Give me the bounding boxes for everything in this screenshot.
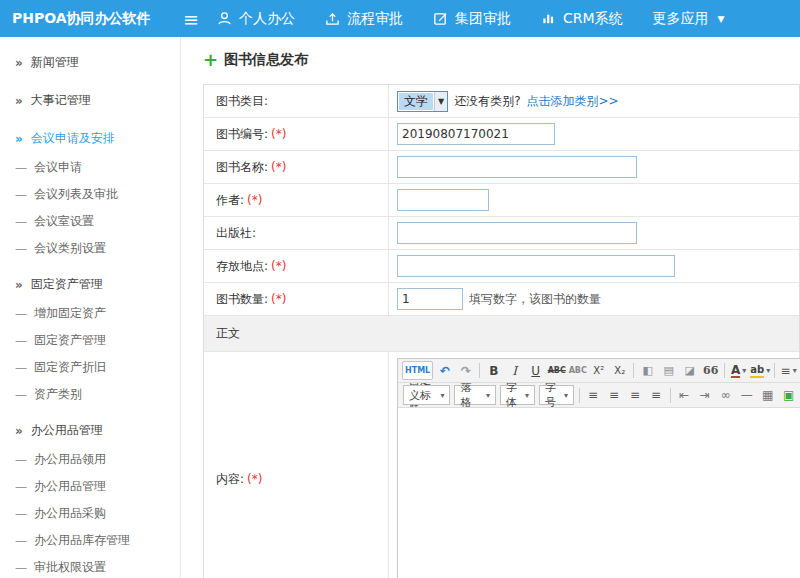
group-label: 办公用品管理 xyxy=(31,422,103,439)
category-select[interactable]: 文学 ▼ xyxy=(397,91,448,112)
sidebar-item-supplies-requisition[interactable]: —办公用品领用 xyxy=(0,446,180,473)
item-label: 资产类别 xyxy=(34,386,82,403)
field-label: 图书类目: xyxy=(204,85,389,117)
dash-icon: — xyxy=(15,361,27,375)
sidebar-item-meeting-category-setting[interactable]: —会议类别设置 xyxy=(0,235,180,262)
form-row-location: 存放地点:(*) xyxy=(204,250,799,283)
sidebar-item-supplies-purchase[interactable]: —办公用品采购 xyxy=(0,500,180,527)
italic-button[interactable]: I xyxy=(505,361,524,380)
separator xyxy=(579,388,580,403)
align-left-button[interactable]: ≡ xyxy=(584,386,603,405)
indent-button[interactable]: ⇥ xyxy=(695,386,714,405)
horizontal-rule-button[interactable]: — xyxy=(737,386,756,405)
main-nav: 个人办公 流程审批 集团审批 CRM系统 更多应用 ▼ xyxy=(217,10,725,28)
table-button[interactable]: ▦ xyxy=(758,386,777,405)
strikethrough-button[interactable]: ABC xyxy=(547,361,566,380)
bold-button[interactable]: B xyxy=(484,361,503,380)
sidebar-group-memorabilia[interactable]: »大事记管理 xyxy=(0,85,180,116)
category-hint: 还没有类别? xyxy=(454,93,520,110)
selected-option: 文学 xyxy=(399,93,433,110)
font-color-button[interactable]: A▾ xyxy=(729,361,748,380)
superscript-button[interactable]: X² xyxy=(589,361,608,380)
heading-select[interactable]: 自定义标题▾ xyxy=(403,385,450,405)
nav-process-approval[interactable]: 流程审批 xyxy=(325,10,403,28)
hamburger-menu-icon[interactable]: ≡ xyxy=(183,8,199,30)
sidebar-group-meeting[interactable]: »会议申请及安排 xyxy=(0,123,180,154)
field-label: 图书编号:(*) xyxy=(204,118,389,150)
nav-personal-office[interactable]: 个人办公 xyxy=(217,10,295,28)
link-button[interactable]: ∞ xyxy=(716,386,735,405)
author-input[interactable] xyxy=(397,189,489,211)
html-source-button[interactable]: HTML xyxy=(402,361,433,380)
item-label: 固定资产管理 xyxy=(34,332,106,349)
dash-icon: — xyxy=(15,507,27,521)
sidebar-item-asset-category[interactable]: —资产类别 xyxy=(0,381,180,408)
format-painter-button[interactable]: ◪ xyxy=(680,361,699,380)
separator xyxy=(633,363,634,378)
sidebar-item-meeting-apply[interactable]: —会议申请 xyxy=(0,154,180,181)
user-icon xyxy=(217,11,232,26)
sidebar-item-add-fixed-asset[interactable]: —增加固定资产 xyxy=(0,300,180,327)
image-button[interactable]: ▣ xyxy=(779,386,798,405)
group-label: 固定资产管理 xyxy=(31,276,103,293)
nav-group-approval[interactable]: 集团审批 xyxy=(433,10,511,28)
sidebar-group-news[interactable]: »新闻管理 xyxy=(0,47,180,78)
plus-icon: + xyxy=(203,53,218,67)
quantity-input[interactable] xyxy=(397,288,463,310)
redo-button[interactable]: ↷ xyxy=(456,361,475,380)
sidebar: »新闻管理 »大事记管理 »会议申请及安排 —会议申请 —会议列表及审批 —会议… xyxy=(0,37,181,578)
publisher-input[interactable] xyxy=(397,222,637,244)
sidebar-item-meeting-room-setting[interactable]: —会议室设置 xyxy=(0,208,180,235)
nav-label: 集团审批 xyxy=(455,10,511,28)
nav-more-apps[interactable]: 更多应用 ▼ xyxy=(653,10,725,28)
add-category-link[interactable]: 点击添加类别>> xyxy=(527,93,619,110)
sidebar-group-office-supplies[interactable]: »办公用品管理 xyxy=(0,415,180,446)
nav-crm-system[interactable]: CRM系统 xyxy=(541,10,623,28)
blockquote-button[interactable]: 66 xyxy=(701,361,720,380)
underline-button[interactable]: U xyxy=(526,361,545,380)
item-label: 审批权限设置 xyxy=(34,559,106,576)
sidebar-item-supplies-inventory[interactable]: —办公用品库存管理 xyxy=(0,527,180,554)
field-label: 内容:(*) xyxy=(204,352,389,578)
form-row-content: 内容:(*) HTML ↶ ↷ B I U ABC ABC xyxy=(204,352,799,578)
font-family-select[interactable]: 字体▾ xyxy=(500,385,535,405)
book-number-input[interactable] xyxy=(397,123,555,145)
dash-icon: — xyxy=(15,334,27,348)
editor-content-area[interactable] xyxy=(398,408,800,578)
align-justify-button[interactable]: ≡ xyxy=(647,386,666,405)
sidebar-item-supplies-manage[interactable]: —办公用品管理 xyxy=(0,473,180,500)
align-center-button[interactable]: ≡ xyxy=(605,386,624,405)
undo-button[interactable]: ↶ xyxy=(435,361,454,380)
eraser-button[interactable]: ◧ xyxy=(638,361,657,380)
sidebar-item-meeting-list-approval[interactable]: —会议列表及审批 xyxy=(0,181,180,208)
ordered-list-button[interactable]: ≡▾ xyxy=(779,361,798,380)
align-right-button[interactable]: ≡ xyxy=(626,386,645,405)
location-input[interactable] xyxy=(397,255,675,277)
field-label: 出版社: xyxy=(204,217,389,249)
outdent-button[interactable]: ⇤ xyxy=(674,386,693,405)
paste-button[interactable]: ▤ xyxy=(659,361,678,380)
section-header-body-text: 正文 xyxy=(204,316,799,352)
sidebar-item-approval-permission[interactable]: —审批权限设置 xyxy=(0,554,180,578)
font-size-select[interactable]: 字号▾ xyxy=(539,385,574,405)
sidebar-item-fixed-asset-depreciation[interactable]: —固定资产折旧 xyxy=(0,354,180,381)
paragraph-select[interactable]: 段落格式▾ xyxy=(454,385,496,405)
separator xyxy=(479,363,480,378)
sidebar-item-fixed-asset-manage[interactable]: —固定资产管理 xyxy=(0,327,180,354)
app-logo: PHPOA协同办公软件 xyxy=(0,10,181,28)
item-label: 会议申请 xyxy=(34,159,82,176)
nav-label: 更多应用 xyxy=(653,10,709,28)
book-name-input[interactable] xyxy=(397,156,637,178)
subscript-button[interactable]: X₂ xyxy=(610,361,629,380)
item-label: 增加固定资产 xyxy=(34,305,106,322)
dash-icon: — xyxy=(15,388,27,402)
form-row-book-name: 图书名称:(*) xyxy=(204,151,799,184)
dash-icon: — xyxy=(15,161,27,175)
remove-format-button[interactable]: ABC xyxy=(568,361,587,380)
sidebar-group-fixed-assets[interactable]: »固定资产管理 xyxy=(0,269,180,300)
item-label: 办公用品库存管理 xyxy=(34,532,130,549)
bar-chart-icon xyxy=(541,11,556,26)
highlight-color-button[interactable]: ab▾ xyxy=(750,361,770,380)
form-row-quantity: 图书数量:(*) 填写数字，该图书的数量 xyxy=(204,283,799,316)
form-row-book-number: 图书编号:(*) xyxy=(204,118,799,151)
